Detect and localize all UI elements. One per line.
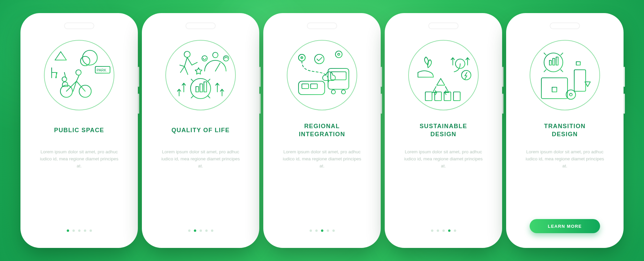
svg-line-15 (215, 63, 220, 71)
svg-rect-52 (435, 92, 441, 101)
card-title: PUBLIC SPACE (54, 122, 104, 139)
svg-point-12 (76, 70, 81, 75)
page-dot[interactable] (67, 229, 69, 232)
svg-rect-43 (302, 84, 309, 89)
svg-point-59 (544, 53, 563, 72)
onboarding-card-regional-integration: REGIONAL INTEGRATION Lorem ipsum dolor s… (267, 16, 377, 245)
quality-of-life-icon (165, 40, 236, 110)
card-description: Lorem ipsum dolor sit amet, pro adhuc iu… (523, 149, 607, 179)
page-dot[interactable] (78, 229, 80, 232)
card-description: Lorem ipsum dolor sit amet, pro adhuc iu… (280, 149, 364, 179)
page-dot[interactable] (205, 229, 208, 232)
page-dot[interactable] (310, 229, 312, 232)
svg-point-36 (315, 54, 324, 64)
page-dot[interactable] (442, 229, 445, 232)
page-dot[interactable] (327, 229, 329, 232)
page-dot[interactable] (431, 229, 433, 232)
page-dot[interactable] (194, 229, 196, 232)
svg-point-34 (335, 51, 342, 58)
svg-line-67 (544, 70, 546, 72)
card-title: REGIONAL INTEGRATION (299, 122, 345, 139)
svg-rect-51 (425, 92, 432, 101)
onboarding-card-quality-of-life: QUALITY OF LIFE Lorem ipsum dolor sit am… (145, 16, 256, 245)
page-dot[interactable] (315, 229, 318, 232)
page-dot[interactable] (448, 229, 450, 232)
card-title: QUALITY OF LIFE (171, 122, 230, 139)
svg-rect-29 (196, 87, 199, 92)
page-dot[interactable] (200, 229, 202, 232)
page-dot[interactable] (321, 229, 323, 232)
public-space-icon: PARK (44, 40, 114, 110)
card-title: SUSTAINABLE DESIGN (420, 122, 467, 139)
svg-text:PARK: PARK (97, 68, 107, 72)
svg-rect-30 (200, 84, 203, 92)
page-dot[interactable] (188, 229, 191, 232)
svg-line-64 (544, 53, 546, 55)
onboarding-card-transition-design: TRANSITION DESIGN Lorem ipsum dolor sit … (509, 16, 620, 245)
svg-rect-74 (576, 62, 580, 65)
page-dot[interactable] (211, 229, 213, 232)
svg-rect-69 (553, 58, 555, 65)
transition-design-icon (530, 40, 600, 110)
card-title: TRANSITION DESIGN (544, 122, 586, 139)
page-indicator[interactable] (67, 229, 92, 232)
svg-point-85 (570, 93, 572, 96)
svg-rect-44 (311, 84, 317, 89)
svg-point-40 (341, 90, 345, 94)
card-description: Lorem ipsum dolor sit amet, pro adhuc iu… (37, 149, 121, 179)
page-dot[interactable] (437, 229, 439, 232)
svg-point-14 (184, 51, 190, 57)
page-dot[interactable] (332, 229, 335, 232)
page-indicator[interactable] (431, 229, 456, 232)
learn-more-button[interactable]: LEARN MORE (530, 219, 600, 233)
svg-line-28 (191, 79, 193, 81)
svg-point-16 (202, 56, 207, 61)
page-dot[interactable] (454, 229, 456, 232)
page-dot[interactable] (72, 229, 75, 232)
sustainable-design-icon (408, 40, 479, 110)
svg-rect-79 (541, 78, 568, 99)
regional-integration-icon (287, 40, 357, 110)
page-dot[interactable] (90, 229, 92, 232)
svg-rect-70 (556, 57, 558, 65)
svg-point-13 (62, 77, 67, 82)
svg-rect-31 (204, 82, 207, 92)
svg-point-39 (331, 90, 335, 94)
svg-rect-83 (552, 87, 557, 92)
page-dot[interactable] (84, 229, 86, 232)
svg-line-26 (191, 96, 193, 98)
svg-line-25 (208, 79, 210, 81)
card-description: Lorem ipsum dolor sit amet, pro adhuc iu… (401, 149, 485, 179)
svg-line-27 (208, 96, 210, 98)
svg-rect-68 (549, 60, 551, 65)
page-indicator[interactable] (310, 229, 335, 232)
svg-point-19 (223, 56, 229, 61)
card-description: Lorem ipsum dolor sit amet, pro adhuc iu… (159, 149, 243, 179)
svg-point-50 (462, 70, 471, 80)
svg-rect-54 (453, 92, 460, 101)
svg-point-20 (191, 79, 211, 99)
svg-point-5 (80, 56, 90, 66)
svg-rect-38 (331, 72, 346, 80)
onboarding-card-sustainable-design: SUSTAINABLE DESIGN Lorem ipsum dolor sit… (388, 16, 499, 245)
phone-row: PARK PUBLIC SPACE Lorem ipsum dolor sit … (24, 16, 620, 245)
page-indicator[interactable] (188, 229, 213, 232)
svg-line-65 (561, 70, 563, 72)
svg-point-35 (338, 53, 340, 55)
svg-rect-42 (299, 81, 325, 95)
onboarding-card-public-space: PARK PUBLIC SPACE Lorem ipsum dolor sit … (24, 16, 135, 245)
svg-line-66 (561, 53, 563, 55)
